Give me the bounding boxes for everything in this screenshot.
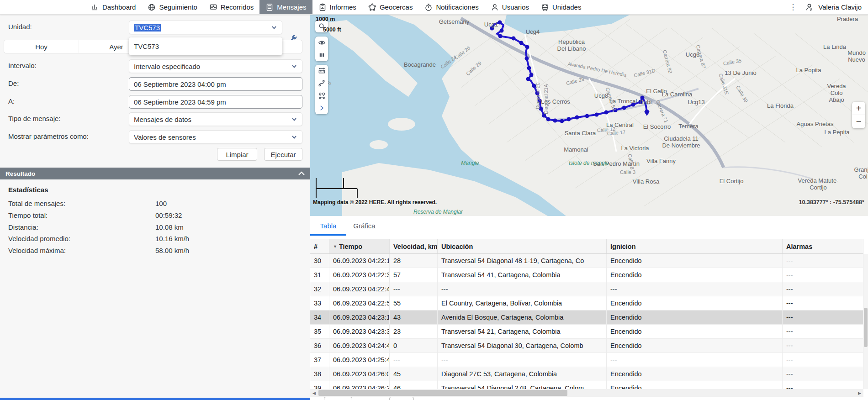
column-header-tiempo[interactable]: ▼Tiempo — [329, 239, 390, 253]
result-section-header[interactable]: Resultado — [0, 168, 310, 179]
params-combobox[interactable]: Valores de sensores — [129, 130, 302, 144]
nav-item-notificaciones[interactable]: Notificaciones — [418, 0, 484, 14]
column-header-ignicion[interactable]: Ignicion — [607, 239, 783, 253]
user-menu[interactable]: Valeria Clavijo — [805, 3, 862, 11]
interval-label: Intervalo: — [8, 62, 37, 69]
messages-filter-panel: Unidad: TVC573 HoyAyer TVC573 Intervalo:… — [0, 15, 310, 400]
unit-dropdown-option[interactable]: TVC573 — [129, 42, 282, 50]
user-avatar-icon — [805, 3, 814, 11]
table-cell: 06.09.2023 04:22:40 p — [329, 282, 390, 296]
nav-item-seguimiento[interactable]: Seguimiento — [142, 0, 203, 14]
table-row-32[interactable]: 3206.09.2023 04:22:40 p------------ — [310, 282, 863, 296]
table-row-36[interactable]: 3606.09.2023 04:24:45 p0Transversal 54 D… — [310, 339, 863, 353]
ruler-icon[interactable] — [315, 65, 328, 77]
table-row-39[interactable]: 3906.09.2023 04:26:29 p46Transversal 54 … — [310, 381, 863, 389]
scale-imperial: 5000 ft — [323, 26, 341, 33]
messages-icon — [265, 3, 274, 11]
interval-combobox[interactable]: Intervalo especificado — [129, 59, 302, 73]
params-label: Mostrar parámetros como: — [8, 132, 89, 140]
nav-item-usuarios[interactable]: Usuarios — [485, 0, 535, 14]
horizontal-scrollbar[interactable]: ◀ ▶ — [310, 389, 863, 397]
stat-label: Tiempo total: — [8, 211, 48, 219]
table-cell: --- — [390, 353, 438, 367]
column-header--[interactable]: # — [310, 239, 329, 253]
chevron-up-icon[interactable] — [298, 171, 305, 176]
table-cell: --- — [783, 282, 863, 296]
pagination-button-partial[interactable] — [389, 397, 414, 400]
table-cell: Encendido — [607, 296, 783, 311]
from-datetime-input[interactable]: 06 Septiembre 2023 04:00 pm — [129, 77, 302, 91]
stat-value: 00:59:32 — [155, 211, 182, 219]
geofence-icon — [368, 3, 376, 11]
message-type-combobox[interactable]: Mensajes de datos — [129, 112, 302, 126]
globe-icon — [148, 3, 156, 11]
nav-item-informes[interactable]: Informes — [312, 0, 362, 14]
table-row-33[interactable]: 3306.09.2023 04:22:55 p55El Country, Car… — [310, 296, 863, 311]
table-cell: 34 — [310, 311, 329, 325]
nav-item-geocercas[interactable]: Geocercas — [362, 0, 419, 14]
eye-icon[interactable] — [315, 37, 328, 49]
table-cell: 23 — [390, 325, 438, 339]
zoom-in-button[interactable]: + — [852, 102, 865, 115]
tab-grafica[interactable]: Gráfica — [346, 216, 382, 236]
table-cell: Encendido — [607, 367, 783, 381]
horizontal-scrollbar-thumb[interactable] — [318, 390, 567, 396]
table-cell: 45 — [390, 367, 438, 381]
table-row-30[interactable]: 3006.09.2023 04:22:16 p28Transversal 54 … — [310, 254, 863, 268]
quick-button-hoy[interactable]: Hoy — [4, 40, 79, 53]
table-header-row: #▼TiempoVelocidad, km/hUbicaciónIgnicion… — [310, 239, 863, 254]
result-header-label: Resultado — [5, 170, 35, 177]
to-value: 06 Septiembre 2023 04:59 pm — [134, 98, 226, 106]
interval-value: Intervalo especificado — [134, 63, 200, 70]
vertical-scrollbar-thumb[interactable] — [864, 308, 868, 347]
table-cell: --- — [783, 353, 863, 367]
map-attribution: Mapping data © 2022 HERE. All rights res… — [313, 199, 437, 205]
table-cell: Transversal 54 Diagonal 48 1-19, Cartage… — [438, 254, 607, 268]
table-cell: --- — [783, 254, 863, 268]
map-view[interactable]: GetsemanyUcg1Ucg4Republica Del LíbanoBoc… — [310, 15, 868, 216]
to-label: A: — [8, 97, 15, 105]
report-icon — [318, 3, 327, 11]
table-row-31[interactable]: 3106.09.2023 04:22:37 p57Transversal 54 … — [310, 268, 863, 282]
scroll-left-arrow-icon[interactable]: ◀ — [310, 389, 318, 397]
table-cell: Encendido — [607, 339, 783, 353]
table-cell: 32 — [310, 282, 329, 296]
nav-item-mensajes[interactable]: Mensajes — [259, 0, 312, 14]
table-row-34[interactable]: 3406.09.2023 04:23:13 p43Avenida El Bosq… — [310, 311, 863, 325]
route-tool-icon[interactable] — [315, 77, 328, 89]
scale-metric: 1000 m — [316, 16, 335, 22]
to-datetime-input[interactable]: 06 Septiembre 2023 04:59 pm — [129, 95, 302, 109]
panel-scrollbar[interactable] — [0, 398, 310, 400]
tab-tabla[interactable]: Tabla — [310, 216, 346, 236]
nav-right-cluster: ⋮ Valeria Clavijo — [789, 0, 868, 14]
zoom-out-button[interactable]: − — [852, 115, 865, 128]
nav-item-dashboard[interactable]: Dashboard — [85, 0, 142, 14]
table-cell: 06.09.2023 04:23:35 p — [329, 325, 390, 339]
table-row-38[interactable]: 3806.09.2023 04:26:08 p45Diagonal 27C 53… — [310, 367, 863, 381]
stat-value: 100 — [155, 200, 167, 207]
map-visibility-box — [315, 37, 328, 61]
pagination-button-partial[interactable] — [324, 397, 352, 400]
stat-label: Velocidad promedio: — [8, 235, 70, 242]
unit-combobox[interactable]: TVC573 — [129, 21, 282, 34]
column-header-velocidad-km-h[interactable]: Velocidad, km/h — [390, 239, 438, 253]
map-canvas — [310, 15, 868, 216]
table-row-35[interactable]: 3506.09.2023 04:23:35 p23Transversal 54 … — [310, 325, 863, 339]
chevron-down-icon — [291, 63, 297, 69]
table-cell: 06.09.2023 04:22:55 p — [329, 296, 390, 311]
clear-button[interactable]: Limpiar — [217, 148, 257, 161]
statistics-title: Estadísticas — [8, 186, 48, 194]
overflow-menu-icon[interactable]: ⋮ — [789, 5, 797, 10]
layers-icon[interactable] — [315, 49, 328, 61]
execute-button[interactable]: Ejecutar — [264, 148, 302, 161]
nav-item-unidades[interactable]: Unidades — [535, 0, 587, 14]
column-header-ubicaci-n[interactable]: Ubicación — [438, 239, 607, 253]
expand-tools-chevron-icon[interactable] — [315, 102, 328, 114]
markers-pair-icon[interactable] — [315, 89, 328, 102]
vertical-scrollbar[interactable] — [863, 254, 868, 389]
table-row-37[interactable]: 3706.09.2023 04:25:41 p------------ — [310, 353, 863, 367]
scroll-right-arrow-icon[interactable]: ▶ — [856, 389, 863, 397]
nav-item-recorridos[interactable]: Recorridos — [203, 0, 260, 14]
table-cell: 06.09.2023 04:24:45 p — [329, 339, 390, 353]
column-header-alarmas[interactable]: Alarmas — [783, 239, 863, 253]
